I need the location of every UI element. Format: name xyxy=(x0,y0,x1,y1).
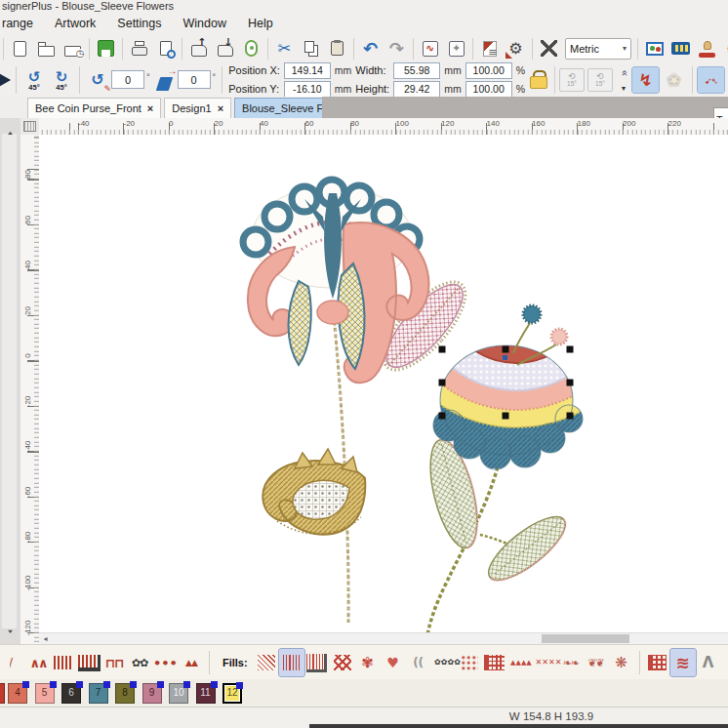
menu-range[interactable]: range xyxy=(0,15,44,33)
skew-icon[interactable] xyxy=(152,67,178,93)
btn-fill-texture-icon[interactable] xyxy=(609,649,634,676)
btn-fill-vertical-raised-icon[interactable] xyxy=(304,649,330,676)
thread-swatch-6[interactable]: 6 xyxy=(61,683,81,704)
btn-fill-grid-icon[interactable] xyxy=(482,649,507,676)
btn-open-recent-icon[interactable] xyxy=(60,36,86,61)
menu-help[interactable]: Help xyxy=(237,15,284,33)
btn-fill-dot-grid-icon[interactable] xyxy=(457,649,482,676)
menu-artwork[interactable]: Artwork xyxy=(44,15,106,33)
zigzag-stitch-button[interactable] xyxy=(632,67,659,93)
scroll-down-icon[interactable] xyxy=(0,625,20,638)
btn-open-design-icon[interactable] xyxy=(33,36,60,61)
btn-satin-block-outline-icon[interactable] xyxy=(76,649,101,676)
free-rotate-icon[interactable] xyxy=(84,66,111,94)
btn-cut-icon[interactable] xyxy=(271,36,298,61)
thread-swatch-11[interactable]: 11 xyxy=(196,683,216,704)
btn-fill-weave-icon[interactable] xyxy=(330,649,355,676)
thread-swatch-10[interactable]: 10 xyxy=(169,683,188,704)
btn-new-document-icon[interactable] xyxy=(7,36,33,61)
close-icon[interactable]: × xyxy=(147,102,153,114)
btn-blanket-outline-icon[interactable] xyxy=(101,649,127,676)
thread-swatch[interactable] xyxy=(0,683,5,704)
thread-swatch-8[interactable]: 8 xyxy=(115,683,135,704)
btn-fill-paisley-icon[interactable] xyxy=(558,649,584,676)
btn-print-preview-icon[interactable] xyxy=(152,36,179,61)
btn-tools-icon[interactable] xyxy=(536,36,562,61)
fill-scroll-icon xyxy=(587,657,603,669)
rotate-cw-45-button[interactable]: 45° xyxy=(48,66,75,94)
rotate-ccw-45-button[interactable]: 45° xyxy=(20,66,48,94)
btn-overview-window-icon[interactable] xyxy=(476,36,503,61)
btn-print-icon[interactable] xyxy=(126,36,152,61)
btn-dot-outline-icon[interactable] xyxy=(152,649,179,676)
btn-zigzag-tool-icon[interactable] xyxy=(670,649,696,676)
rotate-ccw-15-button[interactable]: 15° xyxy=(559,68,585,92)
width-input[interactable]: 55.98 xyxy=(393,62,440,79)
btn-paste-icon[interactable] xyxy=(324,36,350,61)
scroll-up-icon[interactable] xyxy=(0,126,20,140)
menu-window[interactable]: Window xyxy=(173,15,237,33)
menu-settings[interactable]: Settings xyxy=(106,15,172,33)
tab-design1[interactable]: Design1× xyxy=(164,98,231,118)
btn-color-wheel-icon[interactable] xyxy=(720,36,728,61)
btn-triangle-outline-icon[interactable] xyxy=(179,649,204,676)
btn-fill-rosette-icon[interactable] xyxy=(355,649,381,676)
rotate-angle-input[interactable]: 0 xyxy=(111,70,144,89)
btn-read-from-machine-icon[interactable] xyxy=(212,36,238,61)
sage-leaf-right[interactable] xyxy=(480,506,575,590)
btn-fill-arc-icon[interactable] xyxy=(406,649,431,676)
btn-outline-partial-icon[interactable] xyxy=(0,649,25,676)
thread-swatch-12[interactable]: 12 xyxy=(222,683,242,704)
btn-portrait-icon[interactable] xyxy=(641,36,667,61)
close-icon[interactable]: × xyxy=(218,102,223,114)
ruler-origin-button[interactable] xyxy=(20,118,40,136)
btn-flat-lines-tool-icon[interactable] xyxy=(721,649,728,676)
btn-redo-icon[interactable] xyxy=(384,36,410,61)
btn-satin-outline-icon[interactable] xyxy=(51,649,76,676)
scrollbar-thumb[interactable] xyxy=(542,634,629,643)
pointer-tool-icon[interactable] xyxy=(0,69,12,91)
btn-fill-triangle-icon[interactable] xyxy=(507,649,533,676)
btn-hoop-icon[interactable] xyxy=(238,36,264,61)
lock-proportions-icon[interactable] xyxy=(529,69,548,91)
scale-x-input[interactable]: 100.00 xyxy=(465,62,512,79)
btn-insert-artwork-icon[interactable] xyxy=(443,36,469,61)
design-canvas[interactable] xyxy=(39,135,728,632)
scale-y-input[interactable]: 100.00 xyxy=(465,81,512,98)
btn-fill-motif-icon[interactable] xyxy=(431,649,457,676)
drop-arrow-icon[interactable] xyxy=(621,81,627,93)
chevron-up-icon[interactable] xyxy=(621,67,627,79)
units-dropdown[interactable]: Metric ▾ xyxy=(565,38,631,60)
height-input[interactable]: 29.42 xyxy=(393,81,440,98)
btn-embroidery-library-icon[interactable] xyxy=(667,36,694,61)
btn-zigzag-outline-icon[interactable] xyxy=(25,649,51,676)
btn-design-properties-icon[interactable] xyxy=(503,36,529,61)
btn-fill-diagonal-icon[interactable] xyxy=(254,649,279,676)
thread-swatch-7[interactable]: 7 xyxy=(89,683,108,704)
btn-fill-cross-icon[interactable] xyxy=(533,649,558,676)
btn-insert-embroidery-icon[interactable] xyxy=(417,36,443,61)
btn-motif-outline-icon[interactable] xyxy=(127,649,152,676)
btn-lattice-tool-icon[interactable] xyxy=(645,649,670,676)
skew-angle-input[interactable]: 0 xyxy=(178,70,211,89)
position-y-input[interactable]: -16.10 xyxy=(284,81,331,98)
gold-leaf[interactable] xyxy=(263,449,365,535)
thread-swatch-9[interactable]: 9 xyxy=(142,683,162,704)
thread-swatch-5[interactable]: 5 xyxy=(35,683,55,704)
motif-scatter-button[interactable] xyxy=(698,67,724,93)
btn-undo-icon[interactable] xyxy=(357,36,384,61)
tab-bee-coin-purse-front[interactable]: Bee Coin Purse_Front× xyxy=(27,98,161,118)
btn-fill-vertical-icon[interactable] xyxy=(279,649,304,676)
thread-swatch-4[interactable]: 4 xyxy=(8,683,27,704)
position-x-input[interactable]: 149.14 xyxy=(284,62,331,79)
btn-write-to-machine-icon[interactable] xyxy=(185,36,212,61)
flower-motif-button[interactable] xyxy=(661,67,687,93)
btn-needle-tool-icon[interactable] xyxy=(696,649,721,676)
btn-fill-scroll-icon[interactable] xyxy=(584,649,609,676)
btn-copy-icon[interactable] xyxy=(298,36,324,61)
btn-save-design-icon[interactable] xyxy=(93,36,119,61)
rotate-cw-15-button[interactable]: 15° xyxy=(587,68,613,92)
scroll-left-icon[interactable] xyxy=(39,633,52,644)
btn-stamp-icon[interactable] xyxy=(694,36,720,61)
btn-fill-heart-icon[interactable] xyxy=(381,649,406,676)
